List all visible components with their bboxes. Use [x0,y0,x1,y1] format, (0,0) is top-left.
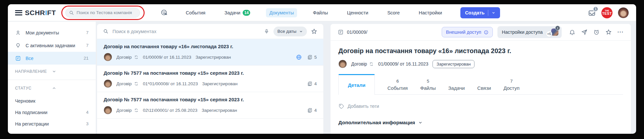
detail-doc-number: 01/00009/ [338,29,367,35]
sidebar-item-count: 7 [86,43,89,48]
search-icon [103,29,109,34]
detail-title: Договір на постачання товару «16» листоп… [338,47,623,55]
global-search-input[interactable] [65,8,140,18]
status-filter-registered[interactable]: Зарегистрирован 14 [8,129,96,134]
nav-settings[interactable]: Настройки [415,8,445,17]
additional-info-toggle[interactable]: Дополнительная информация [338,120,623,126]
nav-events[interactable]: События [183,8,209,17]
globe-icon[interactable] [296,54,302,60]
header: SCHRIFT События Задачи14 Документы Файлы… [8,4,636,21]
detail-meta-row: Договір 01/00009/ от 16.11.2023 Зарегист… [338,60,623,68]
bell-icon[interactable] [569,29,575,35]
sidebar-divider [8,80,96,80]
document-list-item[interactable]: Договір № 7577 на постачання товару «15»… [97,66,323,92]
date-filter-dropdown[interactable]: Все даты [273,27,307,36]
nav-score[interactable]: Score [384,8,403,17]
copies-icon [307,108,312,113]
copies-count: 5 [314,55,317,60]
alarm-clock-icon[interactable] [593,29,600,35]
header-right: 1 THE TEST [588,7,629,18]
send-icon[interactable] [581,29,588,35]
more-actions-icon[interactable]: ··· [617,29,624,35]
external-access-button[interactable]: Внешний доступ [442,27,493,37]
chevron-down-icon [299,30,303,33]
sync-icon [134,108,139,113]
tag-icon [338,103,344,109]
create-button-divider [488,10,488,16]
doc-owner-avatar [104,79,112,88]
doc-title: Договір № 7577 на постачання товару «15»… [104,70,317,76]
bulb-icon [15,43,21,49]
search-icon [69,10,74,15]
favorites-star-icon[interactable] [311,28,317,35]
user-avatar[interactable] [618,7,629,18]
access-settings-button[interactable]: Настройки доступа +6 ! [497,26,562,38]
doc-number: 01*01/00008/ от 16.11.2023 [143,81,198,86]
access-alert-badge: ! [555,26,560,30]
sidebar-item-all[interactable]: Все 21 [8,52,96,65]
copies-count: 4 [314,108,317,113]
nav-values[interactable]: Ценности [344,8,372,17]
sidebar-item-label: С активными задачами [26,43,81,48]
hamburger-menu-icon[interactable] [15,10,22,15]
tab-links[interactable]: Связи [477,79,491,94]
tab-tasks[interactable]: Задачи [448,79,465,94]
chevron-up-icon [52,86,89,90]
nav-files[interactable]: Файлы [310,8,331,17]
add-tags-button[interactable]: Добавить теги [338,103,623,109]
star-icon[interactable] [605,29,612,35]
sidebar-item-count: 7 [86,30,89,35]
sidebar-item-my-documents[interactable]: Мои документы 7 [8,26,96,39]
sidebar-section-status[interactable]: СТАТУС [8,81,96,95]
doc-type-label: Договір [116,55,132,60]
copies-icon [307,81,312,86]
access-more-count: +6 [546,31,552,37]
detail-icon-actions: ··· [569,29,624,35]
doc-title: Договір № 7577 на постачання товару «15»… [104,97,317,102]
org-logo[interactable]: THE TEST [601,7,613,18]
status-filter-draft[interactable]: Черновик [8,95,96,107]
support-smiley-icon[interactable] [160,9,168,17]
doc-status: Зарегистрирован [202,81,237,86]
doc-type-label: Договір [116,108,132,113]
app-logo: SCHRIFT [25,9,56,17]
doc-type-label: Договір [351,61,367,67]
doc-status: Зарегистрирован [195,55,231,60]
logo-text-2: FT [47,9,56,16]
info-icon [484,30,489,35]
document-icon [338,29,344,35]
chevron-down-icon [492,11,495,15]
app-window: SCHRIFT События Задачи14 Документы Файлы… [8,4,636,134]
tab-events[interactable]: 6События [387,79,408,94]
sidebar-item-active-tasks[interactable]: С активными задачами 7 [8,39,96,52]
nav-documents[interactable]: Документы [266,8,297,17]
status-filter-signing[interactable]: На подписании 4 [8,107,96,118]
sync-icon [369,62,374,67]
sidebar-item-label: Мои документы [26,30,81,35]
sidebar-section-direction[interactable]: НАПРАВЛЕНИЕ [8,65,96,78]
logo-text: SCHR [25,9,45,16]
document-detail-panel: 01/00009/ Внешний доступ Настройки досту… [331,24,631,134]
global-search [65,8,140,18]
tab-files[interactable]: 5Файлы [420,79,436,94]
tab-details[interactable]: Детали [338,74,375,95]
doc-owner-avatar [338,60,347,68]
create-button[interactable]: Создать [460,7,500,18]
document-list-item[interactable]: Договір на постачання товару «16» листоп… [97,39,323,66]
sidebar: Мои документы 7 С активными задачами 7 В… [8,22,96,134]
doclist-search-row: Все даты [97,24,323,39]
document-list-panel: Все даты Договір на постачання товару «1… [97,24,323,134]
status-filter-registration[interactable]: На регистрации 3 [8,118,96,129]
tray-icon[interactable]: 1 [588,9,596,17]
document-icon [15,55,21,61]
document-list-item[interactable]: Договір № 7577 на постачання товару «15»… [97,92,323,119]
nav-tasks[interactable]: Задачи14 [221,8,253,18]
microphone-icon[interactable] [264,29,270,34]
tab-access[interactable]: 7Доступ [503,79,519,94]
tasks-count-badge: 14 [243,10,250,16]
doc-title: Договір на постачання товару «16» листоп… [104,44,317,49]
doc-owner-avatar [104,53,112,61]
doclist-search-input[interactable] [112,29,260,34]
doc-number: 02\11\00001/ от 25.08.2023 [143,108,197,113]
chevron-down-icon [418,120,423,125]
